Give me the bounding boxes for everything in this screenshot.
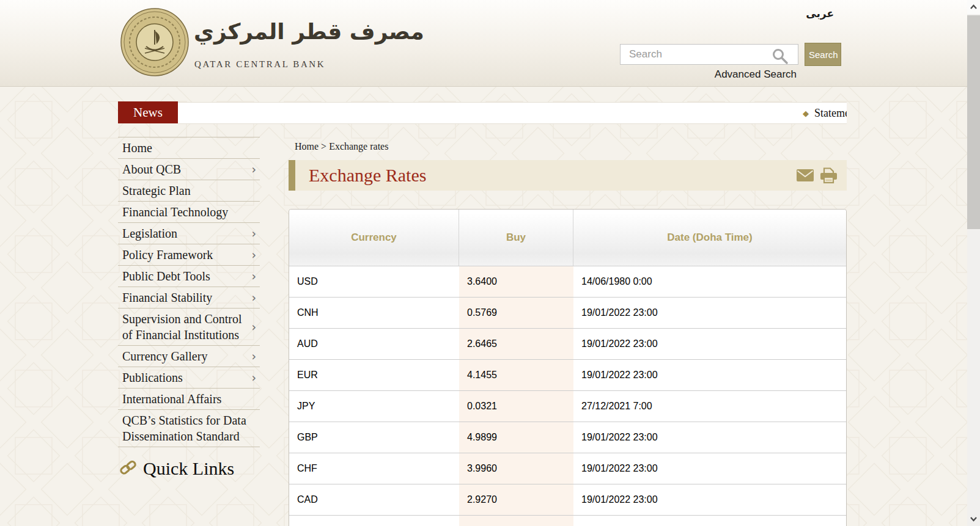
- chevron-right-icon: ›: [251, 248, 256, 261]
- sidebar-item-publications[interactable]: Publications›: [118, 367, 260, 389]
- quick-links-text: Quick Links: [143, 458, 234, 479]
- sidebar-item-label: Public Debt Tools: [122, 268, 251, 284]
- currency-cell: CHF: [289, 453, 459, 484]
- sidebar-menu: HomeAbout QCB›Strategic PlanFinancial Te…: [118, 137, 260, 447]
- sidebar-item-label: Supervision and Control of Financial Ins…: [122, 311, 251, 343]
- browser-viewport: مصرف قطر المركزي QATAR CENTRAL BANK عربى…: [0, 0, 980, 526]
- rates-table-body: USD3.640014/06/1980 0:00CNH0.576919/01/2…: [289, 266, 846, 526]
- chevron-right-icon: ›: [251, 320, 256, 334]
- currency-cell: EUR: [289, 360, 459, 390]
- qcb-logo[interactable]: مصرف قطر المركزي QATAR CENTRAL BANK: [120, 8, 298, 81]
- currency-cell: GBP: [289, 422, 459, 453]
- table-row: USD3.640014/06/1980 0:00: [289, 266, 846, 298]
- sidebar: HomeAbout QCB›Strategic PlanFinancial Te…: [118, 137, 260, 479]
- arabic-language-link[interactable]: عربى: [806, 7, 834, 20]
- buy-cell: 2.6465: [459, 329, 573, 359]
- chevron-right-icon: ›: [251, 291, 256, 304]
- table-row-partial: [289, 516, 846, 526]
- table-header-row: Currency Buy Date (Doha Time): [289, 210, 846, 266]
- currency-cell: JPY: [289, 391, 459, 422]
- column-header-buy: Buy: [459, 210, 573, 266]
- breadcrumb: Home > Exchange rates: [289, 141, 847, 152]
- title-accent-bar: [289, 160, 295, 191]
- scrollbar-down-arrow-icon[interactable]: [967, 512, 980, 526]
- sidebar-item-strategic-plan[interactable]: Strategic Plan: [118, 180, 260, 202]
- buy-cell: 0.5769: [459, 298, 573, 328]
- sidebar-item-label: About QCB: [122, 161, 251, 177]
- buy-cell: [459, 516, 573, 526]
- currency-cell: CAD: [289, 484, 459, 515]
- breadcrumb-current: Exchange rates: [329, 141, 388, 152]
- print-icon[interactable]: [819, 167, 838, 184]
- date-cell: [573, 516, 846, 526]
- news-ticker-item[interactable]: ◆ Stateme: [803, 107, 847, 120]
- chain-link-icon: [120, 460, 136, 478]
- sidebar-item-label: Publications: [122, 370, 251, 385]
- sidebar-item-supervision-and-control-of-financial-institutions[interactable]: Supervision and Control of Financial Ins…: [118, 309, 260, 346]
- news-ticker-text: Stateme: [814, 107, 847, 120]
- diamond-bullet-icon: ◆: [803, 109, 809, 118]
- scrollbar-up-arrow-icon[interactable]: [967, 0, 980, 14]
- buy-cell: 4.9899: [459, 422, 573, 453]
- date-cell: 27/12/2021 7:00: [573, 391, 846, 422]
- search-button[interactable]: Search: [805, 43, 841, 66]
- currency-cell: CNH: [289, 298, 459, 328]
- chevron-right-icon: ›: [251, 227, 256, 240]
- search-magnifier-icon[interactable]: [772, 48, 789, 67]
- scrollbar-thumb[interactable]: [967, 15, 980, 229]
- main-content: Home > Exchange rates Exchange Rates: [289, 141, 847, 526]
- table-row: EUR4.145519/01/2022 23:00: [289, 360, 846, 391]
- news-label: News: [118, 101, 178, 123]
- chevron-right-icon: ›: [251, 371, 256, 384]
- table-row: CNH0.576919/01/2022 23:00: [289, 298, 846, 329]
- quick-links-heading: Quick Links: [118, 458, 260, 479]
- buy-cell: 4.1455: [459, 360, 573, 390]
- breadcrumb-separator: >: [321, 141, 326, 152]
- sidebar-item-label: Financial Stability: [122, 290, 251, 305]
- chevron-right-icon: ›: [251, 269, 256, 283]
- sidebar-item-label: International Affairs: [122, 391, 260, 407]
- sidebar-item-home[interactable]: Home: [118, 137, 260, 159]
- sidebar-item-public-debt-tools[interactable]: Public Debt Tools›: [118, 266, 260, 287]
- table-row: JPY0.032127/12/2021 7:00: [289, 391, 846, 422]
- column-header-currency: Currency: [289, 210, 459, 266]
- buy-cell: 3.9960: [459, 453, 573, 484]
- table-row: CHF3.996019/01/2022 23:00: [289, 453, 846, 484]
- table-row: AUD2.646519/01/2022 23:00: [289, 329, 846, 360]
- exchange-rates-table: Currency Buy Date (Doha Time) USD3.64001…: [289, 209, 847, 526]
- page-title-bar: Exchange Rates: [289, 160, 847, 191]
- email-icon[interactable]: [797, 169, 814, 181]
- sidebar-item-financial-stability[interactable]: Financial Stability›: [118, 287, 260, 309]
- table-row: GBP4.989919/01/2022 23:00: [289, 422, 846, 453]
- sidebar-item-legislation[interactable]: Legislation›: [118, 223, 260, 244]
- chevron-right-icon: ›: [251, 163, 256, 176]
- date-cell: 19/01/2022 23:00: [573, 329, 846, 359]
- advanced-search-link[interactable]: Advanced Search: [620, 68, 797, 81]
- logo-bank-name: QATAR CENTRAL BANK: [194, 59, 325, 70]
- sidebar-item-label: Strategic Plan: [122, 183, 260, 199]
- sidebar-item-label: Legislation: [122, 225, 251, 241]
- sidebar-item-label: Policy Framework: [122, 247, 251, 263]
- page-title: Exchange Rates: [309, 165, 426, 186]
- sidebar-item-label: Financial Technology: [122, 204, 260, 220]
- news-ticker: ◆ Stateme: [178, 102, 847, 124]
- breadcrumb-home-link[interactable]: Home: [295, 141, 319, 152]
- sidebar-item-international-affairs[interactable]: International Affairs: [118, 389, 260, 410]
- currency-cell: AUD: [289, 329, 459, 359]
- date-cell: 19/01/2022 23:00: [573, 453, 846, 484]
- buy-cell: 3.6400: [459, 266, 573, 297]
- sidebar-item-label: Currency Gallery: [122, 348, 251, 364]
- currency-cell: [289, 516, 459, 526]
- sidebar-item-currency-gallery[interactable]: Currency Gallery›: [118, 346, 260, 367]
- date-cell: 19/01/2022 23:00: [573, 298, 846, 328]
- sidebar-item-label: Home: [122, 140, 260, 156]
- sidebar-item-financial-technology[interactable]: Financial Technology: [118, 202, 260, 223]
- sidebar-item-policy-framework[interactable]: Policy Framework›: [118, 244, 260, 266]
- table-row: CAD2.927019/01/2022 23:00: [289, 484, 846, 516]
- date-cell: 19/01/2022 23:00: [573, 360, 846, 390]
- sidebar-item-about-qcb[interactable]: About QCB›: [118, 159, 260, 180]
- sidebar-item-qcb-s-statistics-for-data-dissemination-standard[interactable]: QCB’s Statistics for Data Dissemination …: [118, 410, 260, 447]
- buy-cell: 2.9270: [459, 484, 573, 515]
- browser-scrollbar[interactable]: [967, 0, 980, 526]
- date-cell: 19/01/2022 23:00: [573, 422, 846, 453]
